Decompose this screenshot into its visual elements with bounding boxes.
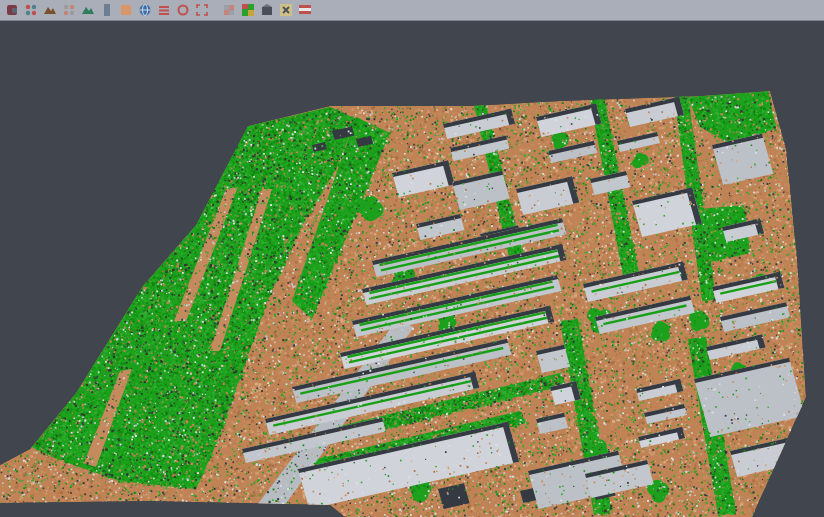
sparse-points-icon[interactable] — [60, 1, 78, 19]
viewport-3d — [0, 21, 824, 517]
multipoint-tool-icon — [23, 2, 39, 18]
terrain-brown-icon[interactable] — [41, 1, 59, 19]
filter-grid-icon[interactable] — [220, 1, 238, 19]
flagged-lines-icon — [297, 2, 313, 18]
classify-tool-icon[interactable] — [3, 1, 21, 19]
globe-icon — [137, 2, 153, 18]
ortho-tile-icon[interactable] — [117, 1, 135, 19]
main-toolbar — [0, 0, 824, 21]
layers-red-icon — [156, 2, 172, 18]
flagged-lines-icon[interactable] — [296, 1, 314, 19]
terrain-brown-icon — [42, 2, 58, 18]
globe-icon[interactable] — [136, 1, 154, 19]
model-box-icon[interactable] — [258, 1, 276, 19]
select-region-icon — [194, 2, 210, 18]
select-region-icon[interactable] — [193, 1, 211, 19]
clear-selection-icon — [278, 2, 294, 18]
terrain-green-icon[interactable] — [79, 1, 97, 19]
sparse-points-icon — [61, 2, 77, 18]
target-icon[interactable] — [174, 1, 192, 19]
point-cloud-canvas[interactable] — [0, 21, 824, 517]
application-window — [0, 0, 824, 517]
clear-selection-icon[interactable] — [277, 1, 295, 19]
classified-cloud-icon — [240, 2, 256, 18]
terrain-green-icon — [80, 2, 96, 18]
profile-view-icon[interactable] — [98, 1, 116, 19]
multipoint-tool-icon[interactable] — [22, 1, 40, 19]
target-icon — [175, 2, 191, 18]
classified-cloud-icon[interactable] — [239, 1, 257, 19]
classify-tool-icon — [4, 2, 20, 18]
filter-grid-icon — [221, 2, 237, 18]
ortho-tile-icon — [118, 2, 134, 18]
profile-view-icon — [99, 2, 115, 18]
layers-red-icon[interactable] — [155, 1, 173, 19]
model-box-icon — [259, 2, 275, 18]
